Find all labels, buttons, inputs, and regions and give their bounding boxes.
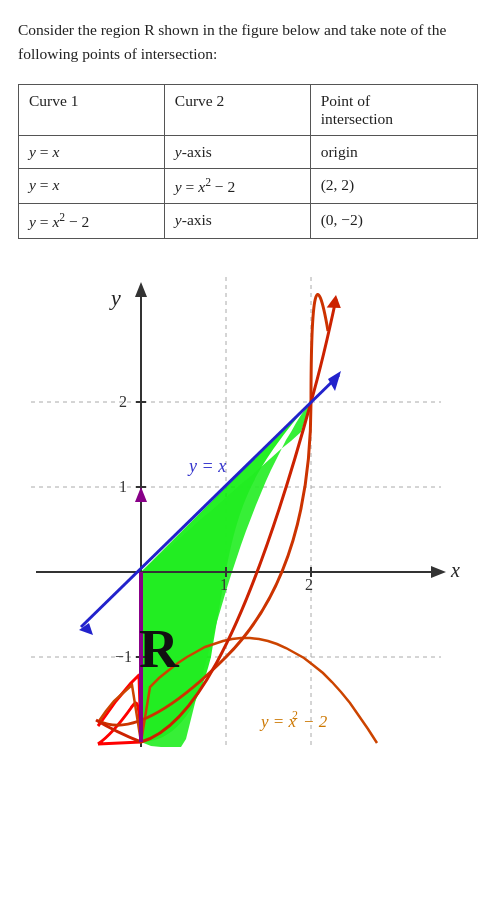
- cell-curve2-r1: y-axis: [164, 136, 310, 169]
- svg-text:−1: −1: [115, 648, 132, 665]
- svg-text:2: 2: [305, 576, 313, 593]
- table-header-row: Curve 1 Curve 2 Point ofintersection: [19, 85, 478, 136]
- svg-text:y = x: y = x: [259, 712, 297, 731]
- cell-curve1-r2: y = x: [19, 169, 165, 204]
- intro-text: Consider the region R shown in the figur…: [18, 18, 483, 66]
- cell-point-r3: (0, −2): [310, 204, 477, 239]
- graph-svg: 2 1 −1 1 2: [21, 267, 481, 757]
- svg-text:2: 2: [292, 708, 298, 722]
- svg-text:1: 1: [119, 478, 127, 495]
- cell-curve2-r2: y = x2 − 2: [164, 169, 310, 204]
- svg-text:2: 2: [119, 393, 127, 410]
- cell-curve1-r1: y = x: [19, 136, 165, 169]
- svg-text:y = x: y = x: [187, 456, 226, 476]
- svg-marker-9: [431, 566, 446, 578]
- header-intersection: Point ofintersection: [310, 85, 477, 136]
- table-row: y = x2 − 2 y-axis (0, −2): [19, 204, 478, 239]
- svg-marker-22: [79, 623, 93, 635]
- svg-text:1: 1: [220, 576, 228, 593]
- svg-text:x: x: [450, 559, 460, 581]
- svg-marker-23: [135, 487, 147, 502]
- cell-curve2-r3: y-axis: [164, 204, 310, 239]
- table-row: y = x y-axis origin: [19, 136, 478, 169]
- cell-point-r2: (2, 2): [310, 169, 477, 204]
- header-curve2: Curve 2: [164, 85, 310, 136]
- intersection-table: Curve 1 Curve 2 Point ofintersection y =…: [18, 84, 478, 239]
- table-row: y = x y = x2 − 2 (2, 2): [19, 169, 478, 204]
- cell-curve1-r3: y = x2 − 2: [19, 204, 165, 239]
- graph-container: 2 1 −1 1 2: [21, 267, 481, 757]
- svg-text:− 2: − 2: [303, 712, 328, 731]
- svg-marker-7: [135, 282, 147, 297]
- svg-text:y: y: [109, 285, 121, 310]
- svg-text:R: R: [139, 618, 180, 679]
- svg-marker-20: [326, 294, 342, 310]
- header-curve1: Curve 1: [19, 85, 165, 136]
- cell-point-r1: origin: [310, 136, 477, 169]
- svg-marker-21: [328, 371, 341, 391]
